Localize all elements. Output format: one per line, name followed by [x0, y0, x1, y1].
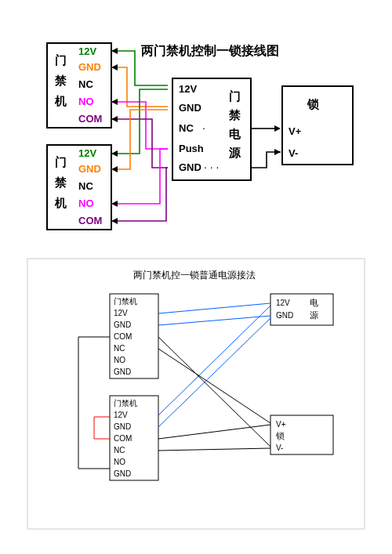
- svg-text:12V: 12V: [114, 309, 128, 317]
- svg-marker-21: [111, 166, 118, 172]
- svg-text:禁: 禁: [54, 176, 67, 189]
- wire-gnd-vminus: [251, 152, 281, 168]
- svg-text:机: 机: [54, 196, 67, 209]
- svg-text:门: 门: [55, 155, 67, 168]
- svg-marker-18: [111, 99, 118, 105]
- reader-b-pin-com: COM: [78, 215, 102, 226]
- svg-marker-23: [111, 218, 118, 224]
- svg-text:·: ·: [202, 121, 205, 134]
- psu: 12V GND 电 源: [270, 294, 333, 325]
- lock: 锁 V+ V-: [282, 86, 353, 165]
- svg-marker-25: [274, 149, 281, 155]
- reader-a-pin-nc: NC: [78, 78, 93, 90]
- reader-b: 门 禁 机 12V GND NC NO COM: [47, 145, 111, 230]
- svg-marker-20: [111, 150, 118, 157]
- controller-pin-nc: NC: [179, 122, 194, 134]
- lock-vplus: V+: [289, 125, 302, 137]
- diagram2-title: 两门禁机控一锁普通电源接法: [133, 270, 256, 281]
- reader-a-pin-gnd: GND: [78, 61, 101, 73]
- svg-text:电: 电: [229, 127, 241, 140]
- diagram-top: 两门禁机控制一锁接线图 门 禁 机 12V GND NC NO COM 门 禁 …: [47, 43, 353, 230]
- svg-text:GND: GND: [114, 368, 131, 376]
- svg-text:V-: V-: [276, 444, 283, 452]
- lock-vminus: V-: [289, 147, 298, 159]
- svg-marker-19: [111, 116, 118, 122]
- reader-b-pin-12v: 12V: [78, 147, 96, 159]
- svg-text:COM: COM: [114, 434, 132, 443]
- controller-pin-gnd1: GND: [179, 102, 201, 114]
- diagram-bottom: 两门禁机控一锁普通电源接法 门禁机 12V GND COM NC NO GND …: [27, 259, 365, 529]
- controller: 门 禁 电 源 12V GND NC Push GND · · · ·: [172, 78, 251, 180]
- reader2-b: 门禁机 12V GND COM NC NO GND: [110, 396, 158, 480]
- svg-text:COM: COM: [114, 332, 132, 341]
- diagram1-title: 两门禁机控制一锁接线图: [140, 43, 279, 57]
- controller-pin-push: Push: [179, 143, 204, 154]
- lock-label: 锁: [307, 97, 319, 110]
- svg-text:V+: V+: [276, 420, 286, 429]
- reader-a: 门 禁 机 12V GND NC NO COM: [47, 43, 111, 128]
- reader-b-pin-gnd: GND: [78, 163, 101, 175]
- svg-marker-24: [274, 125, 281, 132]
- svg-text:禁: 禁: [228, 108, 241, 121]
- svg-text:电: 电: [310, 298, 318, 307]
- svg-text:门禁机: 门禁机: [114, 297, 137, 306]
- svg-text:门禁机: 门禁机: [114, 399, 137, 407]
- svg-marker-16: [111, 48, 118, 54]
- svg-text:GND: GND: [114, 320, 131, 329]
- wire-b-no: [111, 149, 168, 204]
- svg-text:禁: 禁: [54, 74, 67, 87]
- svg-text:GND: GND: [276, 311, 293, 320]
- svg-text:门: 门: [55, 53, 67, 67]
- svg-text:GND: GND: [114, 422, 131, 431]
- svg-text:机: 机: [54, 94, 67, 107]
- reader-b-pin-no: NO: [78, 197, 94, 209]
- svg-marker-22: [111, 201, 118, 207]
- svg-text:锁: 锁: [275, 431, 285, 440]
- controller-pin-gnd2: GND: [179, 161, 201, 173]
- svg-text:GND: GND: [114, 469, 131, 478]
- reader-a-pin-12v: 12V: [78, 45, 96, 57]
- svg-text:门: 门: [229, 89, 241, 103]
- svg-text:NC: NC: [114, 446, 125, 454]
- svg-text:NO: NO: [114, 458, 125, 466]
- svg-text:· · ·: · · ·: [204, 161, 219, 173]
- lock2: V+ 锁 V-: [270, 415, 333, 454]
- wire-b-12v: [111, 89, 168, 154]
- svg-text:NO: NO: [114, 356, 125, 364]
- svg-text:12V: 12V: [114, 411, 128, 419]
- svg-text:源: 源: [228, 146, 241, 159]
- reader-b-pin-nc: NC: [78, 180, 93, 192]
- reader2-a: 门禁机 12V GND COM NC NO GND: [110, 294, 158, 378]
- reader-a-pin-no: NO: [78, 96, 94, 107]
- svg-text:12V: 12V: [276, 299, 290, 307]
- controller-pin-12v: 12V: [179, 83, 197, 95]
- svg-text:NC: NC: [114, 344, 125, 353]
- svg-marker-17: [111, 64, 118, 71]
- reader-a-pin-com: COM: [78, 113, 102, 125]
- svg-text:源: 源: [310, 310, 318, 320]
